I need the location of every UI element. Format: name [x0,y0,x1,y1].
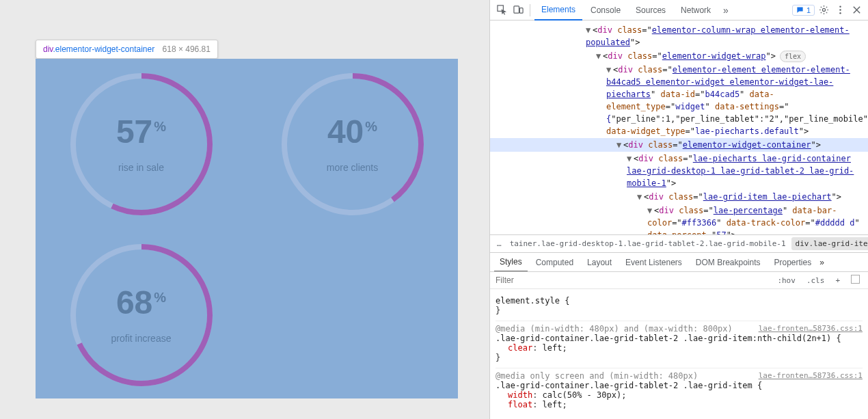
dom-node[interactable]: <div class="lae-percentage" data-bar-col… [647,206,860,234]
flex-badge[interactable]: flex [780,51,806,62]
device-toolbar-icon[interactable] [511,3,526,18]
devtools-tabbar: Elements Console Sources Network » 1 [490,0,868,21]
hov-toggle[interactable]: :hov [773,275,800,286]
issues-badge[interactable]: 1 [792,5,815,16]
tooltip-dims: 618 × 496.81 [163,44,211,54]
css-source-link[interactable]: lae-fronten…58736.css:1 [759,371,863,380]
inspect-element-icon[interactable] [494,3,509,18]
piechart: 68% profit increase [66,240,217,390]
settings-icon[interactable] [816,3,831,18]
tab-console[interactable]: Console [584,1,627,20]
dom-node[interactable]: <div class="lae-piecharts lae-grid-conta… [627,154,854,188]
pie-percent-value: 68% [116,286,166,319]
elementor-widget-container: 57% rise in sale 40% more clients [36,59,458,398]
css-prop[interactable]: float [508,400,532,409]
divider [530,4,530,16]
cls-toggle[interactable]: .cls [802,275,829,286]
more-tabs-icon[interactable]: » [719,5,733,16]
svg-rect-4 [513,6,519,13]
css-prop[interactable]: width [508,390,532,400]
piechart: 57% rise in sale [66,69,217,219]
styles-tab-event-listeners[interactable]: Event Listeners [620,254,688,271]
css-source-link[interactable]: lae-fronten…58736.css:1 [759,324,863,333]
svg-point-8 [839,9,841,10]
kebab-menu-icon[interactable] [832,3,847,18]
elements-tree[interactable]: ▼<div class="elementor-column-wrap eleme… [490,21,868,234]
breadcrumb-item-selected[interactable]: div.lae-grid-item.lae-piechart [791,237,868,250]
svg-rect-5 [519,8,523,14]
piechart-item: 68% profit increase [36,230,247,401]
inspect-tooltip: div.elementor-widget-container 618 × 496… [36,40,218,59]
styles-tab-computed[interactable]: Computed [530,254,579,271]
new-rule-button[interactable]: + [831,275,844,286]
pie-label: rise in sale [118,162,164,173]
close-devtools-icon[interactable] [849,3,864,18]
pie-label: more clients [327,162,378,173]
css-selector[interactable]: .lae-grid-container.lae-grid-tablet-2 .l… [496,334,863,343]
css-selector[interactable]: .lae-grid-container.lae-grid-tablet-2 .l… [496,381,863,390]
pie-percent-value: 40% [327,116,377,148]
css-prop[interactable]: clear [508,343,532,353]
css-val[interactable]: left [543,343,562,353]
pie-label: profit increase [111,333,172,344]
dom-node[interactable]: <div class="elementor-widget-wrap"> [603,51,776,61]
page-preview: div.elementor-widget-container 618 × 496… [0,0,489,419]
styles-filter-row: :hov .cls + [490,271,868,289]
box-model-icon[interactable] [847,273,864,287]
svg-point-9 [839,12,841,14]
css-val[interactable]: calc(50% - 30px) [543,390,622,400]
svg-point-7 [839,6,841,8]
css-val[interactable]: left [543,400,562,409]
styles-filter-input[interactable] [494,273,770,288]
tab-elements[interactable]: Elements [534,0,582,21]
more-styles-tabs-icon[interactable]: » [819,258,824,267]
piechart-item: 40% more clients [247,59,458,230]
styles-tabbar: Styles Computed Layout Event Listeners D… [490,252,868,271]
dom-breadcrumb[interactable]: … tainer.lae-grid-desktop-1.lae-grid-tab… [490,234,868,252]
tooltip-class: .elementor-widget-container [53,44,154,54]
dom-node[interactable]: <div class="elementor-element elementor-… [606,65,868,136]
styles-pane[interactable]: element.style { } lae-fronten…58736.css:… [490,289,868,419]
breadcrumb-ellipsis[interactable]: … [494,237,504,250]
css-selector[interactable]: element.style { [496,296,863,306]
styles-tab-properties[interactable]: Properties [769,254,817,271]
tab-network[interactable]: Network [674,1,718,20]
pie-percent-value: 57% [116,116,166,148]
devtools-panel: Elements Console Sources Network » 1 ▼<d… [489,0,868,419]
styles-tab-layout[interactable]: Layout [582,254,617,271]
svg-point-6 [822,8,825,11]
styles-tab-dom-breakpoints[interactable]: DOM Breakpoints [690,254,766,271]
tooltip-tag: div [43,44,53,54]
dom-node-selected[interactable]: <div class="elementor-widget-container"> [623,140,821,150]
styles-tab-styles[interactable]: Styles [494,253,528,272]
dom-node[interactable]: <div class="elementor-column-wrap elemen… [586,25,850,47]
breadcrumb-item[interactable]: tainer.lae-grid-desktop-1.lae-grid-table… [506,237,790,250]
tab-sources[interactable]: Sources [629,1,673,20]
piechart-item: 57% rise in sale [36,59,247,230]
piechart: 40% more clients [277,69,428,219]
dom-node[interactable]: <div class="lae-grid-item lae-piechart"> [644,192,841,202]
